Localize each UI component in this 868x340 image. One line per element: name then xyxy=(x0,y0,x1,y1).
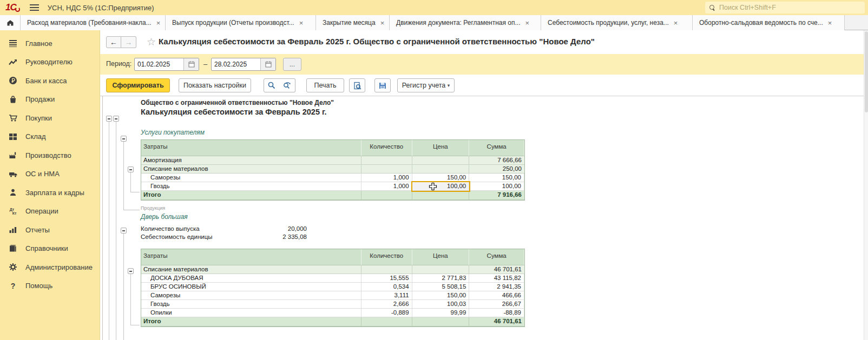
sidebar-item-glavnoe[interactable]: Главное xyxy=(0,34,100,53)
close-icon[interactable]: × xyxy=(299,19,304,26)
table-total-row: Итого 46 701,61 xyxy=(141,317,524,326)
table-row[interactable]: Саморезы 1,000 150,00 150,00 xyxy=(141,174,524,182)
book-icon xyxy=(8,244,18,253)
trend-chart-icon xyxy=(8,58,18,66)
tab-rashod-materialov[interactable]: Расход материалов (Требования-накла...× xyxy=(21,15,166,30)
home-tab[interactable] xyxy=(0,15,21,30)
period-to-field[interactable] xyxy=(211,58,276,71)
period-from-field[interactable] xyxy=(134,58,199,71)
print-preview-button[interactable] xyxy=(349,78,365,92)
nav-back-button[interactable]: ← xyxy=(106,36,121,48)
section1-title: Услуги покупателям xyxy=(141,129,205,136)
group-collapse-button[interactable] xyxy=(113,116,119,122)
close-icon[interactable]: × xyxy=(828,19,832,26)
sidebar-item-os-nma[interactable]: ОС и НМА xyxy=(0,165,100,184)
group-line xyxy=(130,274,131,325)
period-to-input[interactable] xyxy=(212,58,260,70)
period-label: Период: xyxy=(106,60,131,68)
find-button[interactable] xyxy=(264,78,280,92)
tab-osv[interactable]: Оборотно-сальдовая ведомость по сче...× xyxy=(693,15,845,30)
calendar-icon[interactable] xyxy=(260,58,275,70)
group-line xyxy=(123,142,124,210)
sidebar-item-rukovoditelyu[interactable]: Руководителю xyxy=(0,53,100,72)
report-title: Калькуляция себестоимости за Февраль 202… xyxy=(141,108,327,116)
group-collapse-button[interactable] xyxy=(128,166,134,172)
search-refresh-icon xyxy=(283,82,291,89)
sidebar-item-pokupki[interactable]: Покупки xyxy=(0,109,100,128)
report-canvas: Общество с ограниченной ответственностью… xyxy=(100,96,864,340)
table-header-row: Затраты Количество Цена Сумма xyxy=(141,140,524,156)
group-collapse-button[interactable] xyxy=(121,136,127,142)
group-collapse-button[interactable] xyxy=(128,268,134,274)
view-header: ← → ☆ Калькуляция себестоимости за Февра… xyxy=(100,30,868,54)
main-menu-icon[interactable] xyxy=(30,4,39,11)
sidebar-item-sklad[interactable]: Склад xyxy=(0,128,100,146)
register-dropdown-button[interactable]: Регистр учета ▾ xyxy=(397,78,455,92)
nav-forward-button[interactable]: → xyxy=(121,36,136,48)
close-icon[interactable]: × xyxy=(380,19,385,26)
scrollbar-thumb[interactable] xyxy=(865,31,868,112)
tab-dvizheniya-dokumenta[interactable]: Движения документа: Регламентная оп...× xyxy=(390,15,541,30)
sidebar-item-pomosch[interactable]: ? Помощь xyxy=(0,277,100,296)
field-value: 20,000 xyxy=(242,225,307,232)
period-from-input[interactable] xyxy=(135,58,183,70)
close-icon[interactable]: × xyxy=(156,19,161,26)
search-input[interactable] xyxy=(719,4,860,11)
preview-icon xyxy=(353,82,361,90)
print-button[interactable]: Печать xyxy=(306,78,344,92)
field-label: Количество выпуска xyxy=(141,225,200,232)
bar-chart-icon xyxy=(8,225,18,234)
tab-vypusk-produkcii[interactable]: Выпуск продукции (Отчеты производст...× xyxy=(166,15,316,30)
sidebar-item-prodazhi[interactable]: Продажи xyxy=(0,90,100,109)
field-label: Себестоимость единицы xyxy=(141,234,213,240)
favorite-star-icon[interactable]: ☆ xyxy=(147,36,156,48)
group-line xyxy=(130,172,131,192)
help-icon: ? xyxy=(8,282,18,290)
period-panel: Период: – ... xyxy=(100,54,868,75)
show-settings-button[interactable]: Показать настройки xyxy=(179,78,251,92)
group-line xyxy=(123,210,140,210)
table-row[interactable]: Опилки -0,889 99,99 -88,89 xyxy=(141,309,524,317)
sidebar-item-administrirovanie[interactable]: Администрирование xyxy=(0,258,100,277)
sidebar-item-operacii[interactable]: ДтКт Операции xyxy=(0,202,100,221)
table-row[interactable]: Списание материалов 46 701,61 xyxy=(141,265,524,274)
warehouse-grid-icon xyxy=(8,132,18,141)
find-next-button[interactable] xyxy=(279,78,295,92)
table-row[interactable]: ДОСКА ДУБОВАЯ 15,555 2 771,83 43 115,82 xyxy=(141,274,524,283)
table-row[interactable]: Списание материалов 250,00 xyxy=(141,165,524,174)
sidebar-item-proizvodstvo[interactable]: Производство xyxy=(0,146,100,165)
person-icon xyxy=(8,188,18,197)
table-header-row: Затраты Количество Цена Сумма xyxy=(141,249,524,265)
group-line xyxy=(116,122,116,340)
group-line xyxy=(130,325,140,325)
field-value: 2 335,08 xyxy=(242,234,307,240)
menu-lines-icon xyxy=(8,39,18,48)
generate-button[interactable]: Сформировать xyxy=(106,78,170,92)
section2-caption: Продукция xyxy=(141,205,165,211)
group-line xyxy=(102,96,103,340)
close-icon[interactable]: × xyxy=(525,19,530,26)
sidebar-item-spravochniki[interactable]: Справочники xyxy=(0,239,100,258)
close-icon[interactable]: × xyxy=(674,19,678,26)
table-row[interactable]: Саморезы 3,111 150,00 466,66 xyxy=(141,291,524,300)
search-icon xyxy=(709,5,715,11)
table-row[interactable]: БРУС ОСИНОВЫЙ 0,534 5 508,15 2 941,35 xyxy=(141,283,524,291)
tab-zakrytie-mesyaca[interactable]: Закрытие месяца× xyxy=(316,15,390,30)
group-collapse-button[interactable] xyxy=(106,116,112,122)
table-row[interactable]: Амортизация 7 666,66 xyxy=(141,156,524,165)
sidebar-item-bank-kassa[interactable]: Банк и касса xyxy=(0,71,100,90)
sidebar-item-otchety[interactable]: Отчеты xyxy=(0,221,100,239)
selected-cell[interactable]: 100,00 xyxy=(412,182,470,191)
sidebar-item-zarplata-kadry[interactable]: Зарплата и кадры xyxy=(0,183,100,202)
cell-cursor-icon xyxy=(429,182,437,191)
period-more-button[interactable]: ... xyxy=(283,58,301,71)
calendar-icon[interactable] xyxy=(183,58,199,70)
save-button[interactable] xyxy=(374,78,391,92)
group-collapse-button[interactable] xyxy=(121,228,127,234)
vertical-scrollbar[interactable] xyxy=(864,30,868,340)
table-row[interactable]: Гвоздь 2,666 100,03 266,67 xyxy=(141,300,524,309)
global-search[interactable] xyxy=(705,2,865,14)
table-row[interactable]: Гвоздь 1,000 100,00 100,00 xyxy=(141,182,524,191)
group-line xyxy=(123,234,124,340)
tab-sebestoimost[interactable]: Себестоимость продукции, услуг, неза...× xyxy=(541,15,693,30)
